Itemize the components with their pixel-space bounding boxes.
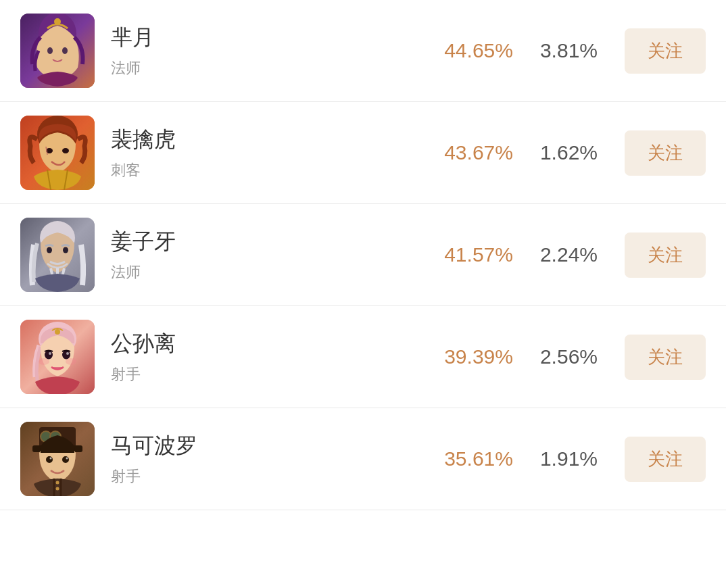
hero-avatar-jiangziya — [20, 218, 95, 292]
hero-name-makebolo: 马可波罗 — [111, 431, 444, 461]
follow-button-jiangziya[interactable]: 关注 — [625, 232, 706, 278]
hero-info-gongsunli: 公孙离 射手 — [111, 329, 444, 385]
svg-point-28 — [62, 456, 69, 463]
hero-class-peihu: 刺客 — [111, 160, 444, 180]
svg-point-11 — [47, 247, 52, 253]
hero-secondary-stat-makebolo: 1.91% — [540, 447, 598, 470]
hero-name-jiangziya: 姜子牙 — [111, 227, 444, 257]
svg-point-27 — [46, 456, 53, 463]
svg-point-4 — [54, 18, 61, 25]
hero-avatar-gongsunli — [20, 320, 95, 394]
svg-point-30 — [66, 458, 68, 460]
hero-stats-jiangziya: 41.57% 2.24% — [444, 243, 598, 266]
hero-class-makebolo: 射手 — [111, 466, 444, 487]
svg-point-17 — [49, 352, 51, 355]
hero-list: 芈月 法师 44.65% 3.81% 关注 — [0, 0, 726, 510]
hero-secondary-stat-gongsunli: 2.56% — [540, 345, 598, 368]
follow-button-bangyue[interactable]: 关注 — [625, 28, 706, 74]
svg-point-20 — [66, 358, 76, 365]
hero-primary-stat-peihu: 43.67% — [444, 141, 513, 164]
hero-stats-bangyue: 44.65% 3.81% — [444, 39, 598, 62]
svg-point-8 — [62, 148, 69, 153]
hero-secondary-stat-bangyue: 3.81% — [540, 39, 598, 62]
hero-primary-stat-jiangziya: 41.57% — [444, 243, 513, 266]
svg-point-29 — [50, 458, 52, 460]
follow-button-makebolo[interactable]: 关注 — [625, 437, 706, 482]
svg-point-31 — [56, 481, 59, 485]
svg-point-2 — [47, 47, 53, 54]
svg-point-3 — [62, 47, 68, 54]
hero-info-bangyue: 芈月 法师 — [111, 23, 444, 78]
hero-name-gongsunli: 公孙离 — [111, 329, 444, 359]
hero-class-jiangziya: 法师 — [111, 262, 444, 283]
svg-point-12 — [63, 247, 68, 253]
hero-name-bangyue: 芈月 — [111, 23, 444, 53]
hero-primary-stat-bangyue: 44.65% — [444, 39, 513, 62]
hero-secondary-stat-peihu: 1.62% — [540, 141, 598, 164]
hero-avatar-bangyue — [20, 14, 95, 88]
hero-class-bangyue: 法师 — [111, 58, 444, 78]
svg-point-19 — [39, 358, 49, 365]
hero-primary-stat-gongsunli: 39.39% — [444, 345, 513, 368]
hero-stats-makebolo: 35.61% 1.91% — [444, 447, 598, 470]
hero-avatar-makebolo — [20, 422, 95, 496]
hero-name-peihu: 裴擒虎 — [111, 125, 444, 155]
hero-item-bangyue: 芈月 法师 44.65% 3.81% 关注 — [0, 0, 726, 102]
hero-info-peihu: 裴擒虎 刺客 — [111, 125, 444, 180]
hero-stats-gongsunli: 39.39% 2.56% — [444, 345, 598, 368]
hero-info-jiangziya: 姜子牙 法师 — [111, 227, 444, 283]
svg-point-18 — [66, 352, 69, 355]
hero-avatar-peihu — [20, 116, 95, 190]
follow-button-peihu[interactable]: 关注 — [625, 130, 706, 176]
svg-point-15 — [45, 351, 53, 360]
svg-point-16 — [62, 351, 70, 360]
svg-point-32 — [56, 487, 59, 491]
hero-class-gongsunli: 射手 — [111, 364, 444, 385]
hero-stats-peihu: 43.67% 1.62% — [444, 141, 598, 164]
hero-item-peihu: 裴擒虎 刺客 43.67% 1.62% 关注 — [0, 102, 726, 204]
hero-secondary-stat-jiangziya: 2.24% — [540, 243, 598, 266]
svg-point-21 — [55, 329, 60, 335]
follow-button-gongsunli[interactable]: 关注 — [625, 335, 706, 380]
hero-info-makebolo: 马可波罗 射手 — [111, 431, 444, 487]
hero-item-makebolo: 马可波罗 射手 35.61% 1.91% 关注 — [0, 408, 726, 510]
hero-primary-stat-makebolo: 35.61% — [444, 447, 513, 470]
hero-item-gongsunli: 公孙离 射手 39.39% 2.56% 关注 — [0, 306, 726, 408]
hero-item-jiangziya: 姜子牙 法师 41.57% 2.24% 关注 — [0, 204, 726, 306]
